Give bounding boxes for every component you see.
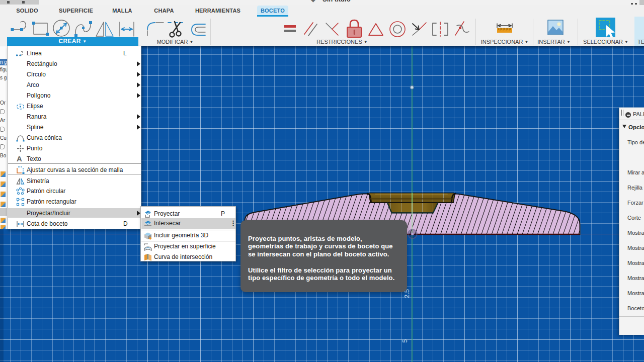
svg-text:5: 5 [401,339,409,342]
